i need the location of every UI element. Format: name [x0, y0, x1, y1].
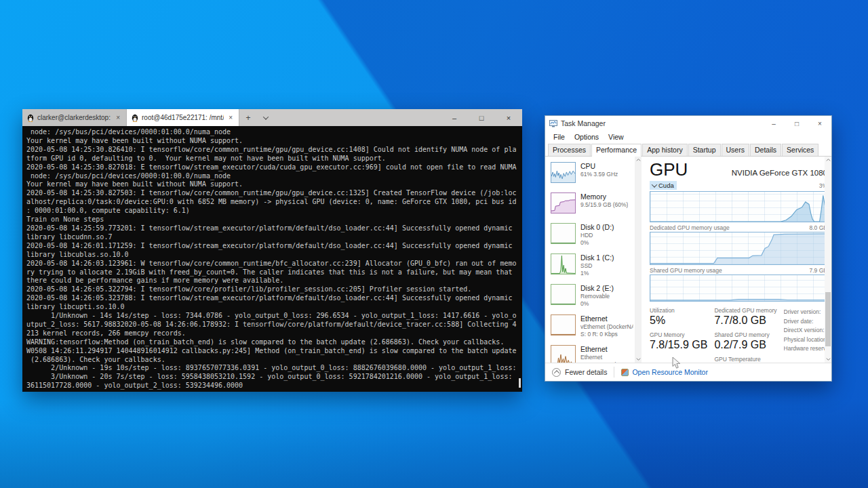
terminal-line: 213 kernel records, 266 memcpy records.: [26, 329, 522, 338]
terminal-window: clarker@clarkerdesktop: /mnt/c×root@46d1…: [22, 109, 522, 392]
sidebar-item-disk-2-e-[interactable]: Disk 2 (E:)Removable0%: [551, 284, 633, 314]
tm-maximize-button[interactable]: □: [785, 116, 808, 131]
sidebar-item-subtitle: 0%: [580, 239, 614, 247]
menu-item-view[interactable]: View: [604, 132, 628, 142]
terminal-line: Train on None steps: [26, 216, 522, 224]
resource-monitor-label: Open Resource Monitor: [632, 368, 707, 376]
sidebar-item-disk-1-c-[interactable]: Disk 1 (C:)SSD1%: [551, 253, 633, 284]
titlebar-drag-area[interactable]: [275, 109, 441, 126]
open-resource-monitor-link[interactable]: Open Resource Monitor: [621, 368, 707, 376]
terminal-line: there could be performance gains if more…: [26, 277, 522, 285]
sidebar-item-title: Ethernet: [580, 314, 633, 323]
stats-column-1: Utilization5%GPU Memory7.8/15.9 GB: [650, 307, 707, 363]
performance-sidebar: CPU61% 3.59 GHzMemory9.5/15.9 GB (60%)Di…: [545, 157, 633, 363]
gpu-stat: GPU Memory7.8/15.9 GB: [650, 331, 707, 351]
mini-graph: [551, 192, 576, 214]
main-scrollbar[interactable]: [825, 157, 831, 363]
terminal-scrollbar-thumb[interactable]: [519, 378, 521, 388]
tab-close-icon[interactable]: ×: [227, 114, 234, 121]
mini-graph: [551, 345, 576, 363]
driver-detail-label: Physical location:: [784, 336, 831, 345]
terminal-line: node: /sys/bus/pci/devices/0000:01:00.0/…: [26, 172, 522, 181]
sidebar-item-ethernet[interactable]: EthernetvEthernet (DockerNAT)S: 0 R: 0 K…: [551, 314, 633, 345]
stats-column-2: Dedicated GPU memory7.7/8.0 GBShared GPU…: [714, 307, 776, 363]
scroll-up-icon[interactable]: [825, 157, 831, 163]
terminal-line: 3/Unknown - 20s 7s/step - loss: 59584380…: [26, 373, 522, 382]
gpu-device-name: NVIDIA GeForce GTX 1080: [732, 169, 827, 177]
terminal-line: 2020-05-08 14:25:30.826410: I tensorflow…: [26, 146, 522, 155]
sidebar-item-title: CPU: [580, 162, 618, 171]
stat-label: Shared GPU memory: [714, 331, 776, 338]
terminal-minimize-button[interactable]: –: [441, 109, 468, 126]
sidebar-scrollbar[interactable]: [635, 157, 642, 363]
tab-startup[interactable]: Startup: [688, 144, 721, 156]
terminal-titlebar[interactable]: clarker@clarkerdesktop: /mnt/c×root@46d1…: [22, 109, 522, 126]
gpu-stats: Utilization5%GPU Memory7.8/15.9 GB Dedic…: [650, 307, 827, 363]
terminal-line: library libcudnn.so.7: [26, 233, 522, 242]
terminal-line: alhost/replica:0/task:0/device:GPU:0 wit…: [26, 198, 522, 207]
mini-graph: [551, 223, 576, 244]
tab-processes[interactable]: Processes: [548, 144, 591, 156]
chevron-down-icon: [652, 182, 657, 187]
terminal-maximize-button[interactable]: □: [468, 109, 495, 126]
new-tab-button[interactable]: +: [239, 109, 257, 126]
gpu-stat: Dedicated GPU memory7.7/8.0 GB: [714, 307, 776, 327]
sidebar-item-memory[interactable]: Memory9.5/15.9 GB (60%): [551, 192, 633, 223]
terminal-line: 2020-05-08 14:25:30.827503: I tensorflow…: [26, 189, 522, 198]
terminal-line: library libcublas.so.10.0: [26, 251, 522, 260]
sidebar-item-title: Disk 1 (C:): [580, 253, 614, 262]
terminal-tab[interactable]: clarker@clarkerdesktop: /mnt/c×: [22, 109, 127, 126]
terminal-line: utput_2_loss: 5617.98832020-05-08 14:26:…: [26, 321, 522, 329]
tab-services[interactable]: Services: [782, 144, 818, 156]
terminal-tab-title: root@46d175e22171: /mnt/c/U: [142, 114, 224, 121]
tm-close-button[interactable]: ×: [808, 116, 831, 131]
menu-item-options[interactable]: Options: [570, 132, 603, 142]
fewer-details-button[interactable]: Fewer details: [552, 368, 607, 377]
scroll-down-icon[interactable]: [825, 356, 831, 363]
terminal-tab-row: clarker@clarkerdesktop: /mnt/c×root@46d1…: [22, 109, 239, 126]
mini-graph: [551, 253, 576, 274]
stat-label: Utilization: [650, 307, 707, 314]
sidebar-item-ethernet[interactable]: EthernetEthernetS: 344 R: 0 Kbps: [551, 345, 633, 363]
scrollbar-thumb[interactable]: [825, 292, 831, 346]
terminal-lines: node: /sys/bus/pci/devices/0000:01:00.0/…: [26, 128, 522, 390]
terminal-line: 2020-05-08 14:26:05.322794: I tensorflow…: [26, 285, 522, 294]
tab-performance[interactable]: Performance: [591, 144, 642, 157]
tab-users[interactable]: Users: [722, 144, 749, 156]
terminal-line: 2020-05-08 14:25:59.773201: I tensorflow…: [26, 224, 522, 233]
sidebar-item-subtitle: Removable: [580, 293, 614, 300]
scroll-up-icon[interactable]: [635, 157, 642, 163]
sidebar-item-disk-0-d-[interactable]: Disk 0 (D:)HDD0%: [551, 223, 633, 253]
terminal-line: (2.686863). Check your callbacks.: [26, 356, 522, 365]
tab-details[interactable]: Details: [750, 144, 781, 156]
tab-app-history[interactable]: App history: [642, 144, 688, 156]
sidebar-item-cpu[interactable]: CPU61% 3.59 GHz: [551, 162, 633, 192]
terminal-close-button[interactable]: ×: [495, 109, 522, 126]
engine-selector[interactable]: Cuda: [650, 181, 677, 190]
terminal-line: W0508 14:26:11.294917 140448916014912 ca…: [26, 347, 522, 356]
terminal-output[interactable]: node: /sys/bus/pci/devices/0000:01:00.0/…: [22, 126, 522, 392]
performance-content: CPU61% 3.59 GHzMemory9.5/15.9 GB (60%)Di…: [545, 157, 831, 363]
gpu-stat: Utilization5%: [650, 307, 707, 327]
scroll-down-icon[interactable]: [635, 356, 642, 363]
footer-bar: Fewer details Open Resource Monitor: [545, 363, 831, 381]
driver-detail-label: Driver version:: [784, 308, 831, 317]
tux-icon: [132, 114, 138, 122]
tm-minimize-button[interactable]: –: [762, 116, 785, 131]
terminal-line: ry trying to allocate 2.19GiB with freed…: [26, 268, 522, 277]
gpu-stat: Shared GPU memory0.2/7.9 GB: [714, 331, 776, 351]
mini-graph: [551, 162, 576, 183]
gpu-temperature-label: GPU Temperature: [714, 356, 776, 363]
menu-item-file[interactable]: File: [549, 132, 569, 142]
stat-value: 7.8/15.9 GB: [650, 339, 707, 351]
sidebar-item-subtitle: SSD: [580, 262, 614, 270]
tab-dropdown-button[interactable]: [257, 109, 275, 126]
terminal-line: tform GPU id 0, defaulting to 0. Your ke…: [26, 155, 522, 163]
terminal-line: 2/Unknown - 19s 10s/step - loss: 8937657…: [26, 364, 522, 373]
tab-close-icon[interactable]: ×: [115, 114, 121, 121]
dedicated-memory-chart: [650, 232, 827, 265]
desktop: { "icons": { "terminal_tab": "tux-pengui…: [0, 0, 868, 488]
task-manager-titlebar[interactable]: Task Manager – □ ×: [545, 116, 831, 131]
terminal-tab[interactable]: root@46d175e22171: /mnt/c/U×: [127, 109, 239, 126]
sidebar-item-subtitle: Ethernet: [580, 354, 624, 361]
